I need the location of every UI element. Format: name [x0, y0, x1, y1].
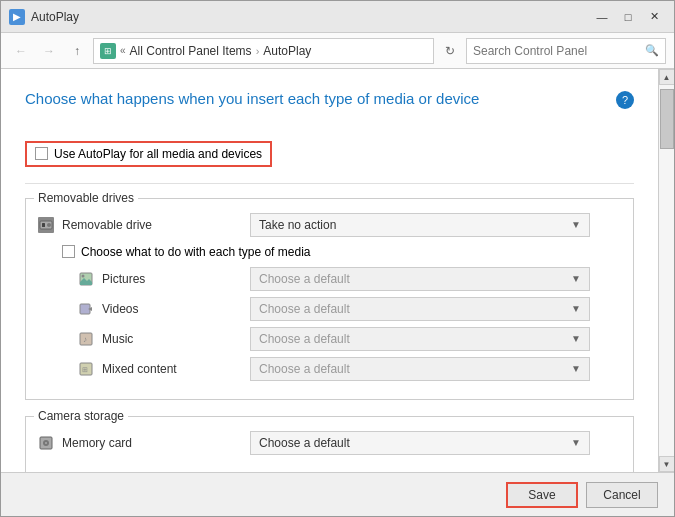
removable-drive-dropdown-arrow: ▼	[571, 219, 581, 230]
removable-drive-dropdown[interactable]: Take no action ▼	[250, 213, 590, 237]
videos-dropdown-arrow: ▼	[571, 303, 581, 314]
save-button[interactable]: Save	[506, 482, 578, 508]
removable-drives-label: Removable drives	[34, 191, 138, 205]
removable-drive-icon	[38, 217, 54, 233]
videos-label: Videos	[102, 302, 242, 316]
main-content: Choose what happens when you insert each…	[1, 69, 658, 472]
back-button[interactable]: ←	[9, 39, 33, 63]
memory-card-row: Memory card Choose a default ▼	[38, 431, 621, 455]
videos-icon	[78, 301, 94, 317]
cancel-button[interactable]: Cancel	[586, 482, 658, 508]
media-type-checkbox-row[interactable]: Choose what to do with each type of medi…	[62, 245, 621, 259]
search-input[interactable]	[473, 44, 641, 58]
svg-text:♪: ♪	[83, 335, 87, 344]
music-dropdown-value: Choose a default	[259, 332, 350, 346]
memory-card-dropdown-arrow: ▼	[571, 437, 581, 448]
scroll-up-button[interactable]: ▲	[659, 69, 675, 85]
svg-point-13	[45, 442, 47, 444]
double-chevron: «	[120, 45, 126, 56]
maximize-button[interactable]: □	[616, 7, 640, 27]
forward-button[interactable]: →	[37, 39, 61, 63]
current-page-label: AutoPlay	[263, 44, 311, 58]
mixed-content-icon: ⊞	[78, 361, 94, 377]
removable-drive-label: Removable drive	[62, 218, 242, 232]
memory-card-dropdown[interactable]: Choose a default ▼	[250, 431, 590, 455]
help-icon[interactable]: ?	[616, 91, 634, 109]
close-button[interactable]: ✕	[642, 7, 666, 27]
refresh-button[interactable]: ↻	[438, 39, 462, 63]
svg-point-2	[47, 223, 51, 227]
media-row-videos: Videos Choose a default ▼	[38, 297, 621, 321]
music-dropdown[interactable]: Choose a default ▼	[250, 327, 590, 351]
mixed-content-dropdown-value: Choose a default	[259, 362, 350, 376]
svg-point-4	[82, 274, 85, 277]
svg-text:⊞: ⊞	[82, 366, 88, 373]
search-box[interactable]: 🔍	[466, 38, 666, 64]
media-row-mixed: ⊞ Mixed content Choose a default ▼	[38, 357, 621, 381]
scroll-track	[659, 85, 675, 456]
mixed-content-label: Mixed content	[102, 362, 242, 376]
music-icon: ♪	[78, 331, 94, 347]
media-type-checkbox[interactable]	[62, 245, 75, 258]
scroll-down-button[interactable]: ▼	[659, 456, 675, 472]
memory-card-icon	[38, 435, 54, 451]
all-control-panel-label: All Control Panel Items	[130, 44, 252, 58]
removable-drive-dropdown-value: Take no action	[259, 218, 336, 232]
music-label: Music	[102, 332, 242, 346]
footer-bar: Save Cancel	[1, 472, 674, 516]
up-button[interactable]: ↑	[65, 39, 89, 63]
autoplay-checkbox-label: Use AutoPlay for all media and devices	[54, 147, 262, 161]
pictures-dropdown-value: Choose a default	[259, 272, 350, 286]
title-controls: — □ ✕	[590, 7, 666, 27]
autoplay-checkbox[interactable]	[35, 147, 48, 160]
removable-drives-section: Removable drives Removable drive Take no…	[25, 198, 634, 400]
window-title: AutoPlay	[31, 10, 79, 24]
memory-card-dropdown-value: Choose a default	[259, 436, 350, 450]
window-icon: ▶	[9, 9, 25, 25]
title-bar: ▶ AutoPlay — □ ✕	[1, 1, 674, 33]
pictures-icon	[78, 271, 94, 287]
scroll-thumb[interactable]	[660, 89, 674, 149]
memory-card-label: Memory card	[62, 436, 242, 450]
mixed-content-dropdown-arrow: ▼	[571, 363, 581, 374]
svg-rect-1	[42, 223, 45, 227]
removable-drive-row: Removable drive Take no action ▼	[38, 213, 621, 237]
autoplay-checkbox-row[interactable]: Use AutoPlay for all media and devices	[25, 141, 272, 167]
camera-storage-section: Camera storage Memory card Choose a defa…	[25, 416, 634, 473]
videos-dropdown-value: Choose a default	[259, 302, 350, 316]
camera-storage-label: Camera storage	[34, 409, 128, 423]
page-title: Choose what happens when you insert each…	[25, 89, 479, 109]
mixed-content-dropdown[interactable]: Choose a default ▼	[250, 357, 590, 381]
pictures-dropdown-arrow: ▼	[571, 273, 581, 284]
videos-dropdown[interactable]: Choose a default ▼	[250, 297, 590, 321]
media-row-music: ♪ Music Choose a default ▼	[38, 327, 621, 351]
control-panel-icon: ⊞	[100, 43, 116, 59]
minimize-button[interactable]: —	[590, 7, 614, 27]
pictures-dropdown[interactable]: Choose a default ▼	[250, 267, 590, 291]
media-row-pictures: Pictures Choose a default ▼	[38, 267, 621, 291]
media-type-checkbox-label: Choose what to do with each type of medi…	[81, 245, 310, 259]
address-bar: ← → ↑ ⊞ « All Control Panel Items › Auto…	[1, 33, 674, 69]
music-dropdown-arrow: ▼	[571, 333, 581, 344]
address-path[interactable]: ⊞ « All Control Panel Items › AutoPlay	[93, 38, 434, 64]
pictures-label: Pictures	[102, 272, 242, 286]
scrollbar[interactable]: ▲ ▼	[658, 69, 674, 472]
path-separator-1: ›	[256, 45, 260, 57]
search-icon: 🔍	[645, 44, 659, 57]
